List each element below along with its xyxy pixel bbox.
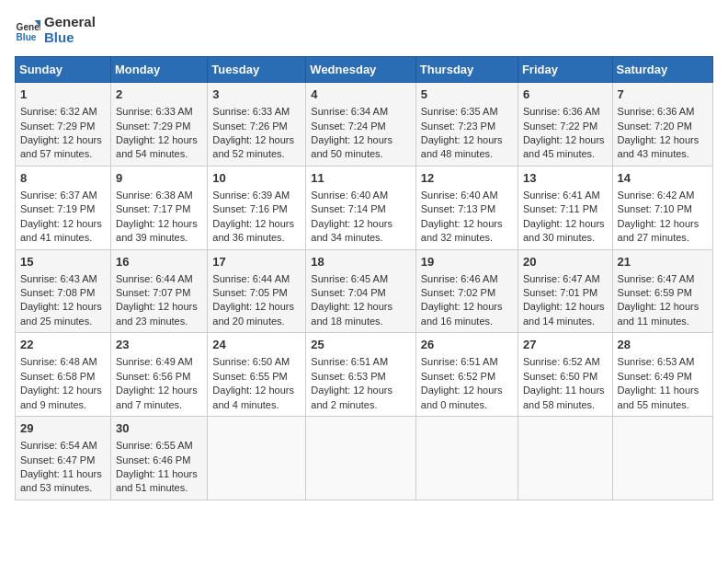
sunset-label: Sunset: 6:46 PM [116,454,190,465]
svg-text:General: General [17,22,40,32]
day-number: 10 [212,170,301,187]
day-number: 4 [311,86,410,103]
sunrise-label: Sunrise: 6:51 AM [421,356,498,367]
day-cell: 3Sunrise: 6:33 AMSunset: 7:26 PMDaylight… [208,83,306,167]
sunrise-label: Sunrise: 6:40 AM [421,190,498,201]
sunset-label: Sunset: 7:10 PM [618,203,692,214]
day-number: 19 [421,254,513,270]
daylight-label: Daylight: 12 hours and 41 minutes. [20,218,102,243]
sunset-label: Sunset: 6:59 PM [618,287,692,298]
daylight-label: Daylight: 12 hours and 50 minutes. [311,134,392,159]
sunset-label: Sunset: 6:50 PM [523,371,597,382]
day-number: 20 [523,254,608,270]
sunrise-label: Sunrise: 6:39 AM [212,190,290,201]
daylight-label: Daylight: 12 hours and 30 minutes. [523,218,605,243]
sunset-label: Sunset: 7:20 PM [618,121,692,132]
daylight-label: Daylight: 12 hours and 0 minutes. [421,385,503,409]
day-cell: 2Sunrise: 6:33 AMSunset: 7:29 PMDaylight… [111,83,208,167]
sunset-label: Sunset: 6:55 PM [212,371,287,382]
sunrise-label: Sunrise: 6:35 AM [421,106,498,117]
sunset-label: Sunset: 7:29 PM [116,121,190,132]
day-cell: 8Sunrise: 6:37 AMSunset: 7:19 PMDaylight… [16,166,111,249]
sunrise-label: Sunrise: 6:46 AM [421,273,498,284]
day-cell [518,417,612,500]
sunrise-label: Sunrise: 6:49 AM [116,356,193,367]
sunrise-label: Sunrise: 6:43 AM [20,273,97,284]
day-cell: 9Sunrise: 6:38 AMSunset: 7:17 PMDaylight… [111,166,208,249]
day-cell: 17Sunrise: 6:44 AMSunset: 7:05 PMDayligh… [208,249,306,333]
day-cell: 7Sunrise: 6:36 AMSunset: 7:20 PMDaylight… [612,83,712,167]
daylight-label: Daylight: 12 hours and 36 minutes. [212,218,294,243]
day-cell: 24Sunrise: 6:50 AMSunset: 6:55 PMDayligh… [208,333,306,417]
daylight-label: Daylight: 12 hours and 20 minutes. [212,301,294,326]
sunrise-label: Sunrise: 6:52 AM [523,356,600,367]
daylight-label: Daylight: 12 hours and 27 minutes. [618,218,700,243]
day-cell: 21Sunrise: 6:47 AMSunset: 6:59 PMDayligh… [612,249,712,333]
sunrise-label: Sunrise: 6:42 AM [618,190,695,201]
sunrise-label: Sunrise: 6:53 AM [618,356,695,367]
day-number: 25 [311,337,410,353]
day-number: 2 [116,86,202,103]
day-cell: 5Sunrise: 6:35 AMSunset: 7:23 PMDaylight… [415,83,518,167]
sunrise-label: Sunrise: 6:48 AM [20,356,97,367]
sunset-label: Sunset: 6:58 PM [20,371,95,382]
sunset-label: Sunset: 7:23 PM [421,121,495,132]
daylight-label: Daylight: 12 hours and 2 minutes. [311,385,392,409]
sunrise-label: Sunrise: 6:33 AM [116,106,193,117]
sunrise-label: Sunrise: 6:50 AM [212,356,290,367]
day-cell: 4Sunrise: 6:34 AMSunset: 7:24 PMDaylight… [306,83,415,167]
sunset-label: Sunset: 7:05 PM [212,287,287,298]
day-number: 14 [618,170,708,187]
day-cell: 10Sunrise: 6:39 AMSunset: 7:16 PMDayligh… [208,166,306,249]
day-number: 18 [311,254,410,270]
sunset-label: Sunset: 7:11 PM [523,203,597,214]
logo-icon: General Blue [15,17,40,43]
sunrise-label: Sunrise: 6:47 AM [523,273,600,284]
daylight-label: Daylight: 12 hours and 7 minutes. [116,385,198,409]
sunrise-label: Sunrise: 6:34 AM [311,106,388,117]
sunrise-label: Sunrise: 6:36 AM [523,106,600,117]
day-cell: 6Sunrise: 6:36 AMSunset: 7:22 PMDaylight… [518,83,612,167]
col-header-wednesday: Wednesday [306,57,415,83]
page-header: General Blue General Blue [15,15,713,45]
day-cell: 20Sunrise: 6:47 AMSunset: 7:01 PMDayligh… [518,249,612,333]
col-header-saturday: Saturday [612,57,712,83]
sunrise-label: Sunrise: 6:44 AM [116,273,193,284]
sunset-label: Sunset: 7:26 PM [212,121,287,132]
sunset-label: Sunset: 7:08 PM [20,287,95,298]
sunset-label: Sunset: 7:04 PM [311,287,385,298]
daylight-label: Daylight: 12 hours and 43 minutes. [618,134,700,159]
day-cell: 25Sunrise: 6:51 AMSunset: 6:53 PMDayligh… [306,333,415,417]
sunset-label: Sunset: 7:01 PM [523,287,597,298]
sunrise-label: Sunrise: 6:38 AM [116,190,193,201]
col-header-thursday: Thursday [415,57,518,83]
day-number: 27 [523,337,608,353]
sunrise-label: Sunrise: 6:36 AM [618,106,695,117]
daylight-label: Daylight: 12 hours and 52 minutes. [212,134,294,159]
sunset-label: Sunset: 7:22 PM [523,121,597,132]
day-cell: 19Sunrise: 6:46 AMSunset: 7:02 PMDayligh… [415,249,518,333]
daylight-label: Daylight: 11 hours and 51 minutes. [116,468,198,493]
sunset-label: Sunset: 7:14 PM [311,203,385,214]
day-cell: 11Sunrise: 6:40 AMSunset: 7:14 PMDayligh… [306,166,415,249]
daylight-label: Daylight: 12 hours and 45 minutes. [523,134,605,159]
day-number: 5 [421,86,513,103]
day-cell: 26Sunrise: 6:51 AMSunset: 6:52 PMDayligh… [415,333,518,417]
day-cell: 18Sunrise: 6:45 AMSunset: 7:04 PMDayligh… [306,249,415,333]
day-number: 26 [421,337,513,353]
col-header-sunday: Sunday [16,57,111,83]
day-cell [612,417,712,500]
week-row-4: 22Sunrise: 6:48 AMSunset: 6:58 PMDayligh… [16,333,713,417]
col-header-tuesday: Tuesday [208,57,306,83]
sunrise-label: Sunrise: 6:55 AM [116,440,193,451]
logo: General Blue General Blue [15,15,96,45]
sunset-label: Sunset: 7:29 PM [20,121,95,132]
daylight-label: Daylight: 12 hours and 34 minutes. [311,218,392,243]
sunset-label: Sunset: 7:17 PM [116,203,190,214]
day-number: 3 [212,86,301,103]
day-cell: 22Sunrise: 6:48 AMSunset: 6:58 PMDayligh… [16,333,111,417]
daylight-label: Daylight: 12 hours and 4 minutes. [212,385,294,409]
sunrise-label: Sunrise: 6:45 AM [311,273,388,284]
daylight-label: Daylight: 12 hours and 48 minutes. [421,134,503,159]
daylight-label: Daylight: 12 hours and 32 minutes. [421,218,503,243]
